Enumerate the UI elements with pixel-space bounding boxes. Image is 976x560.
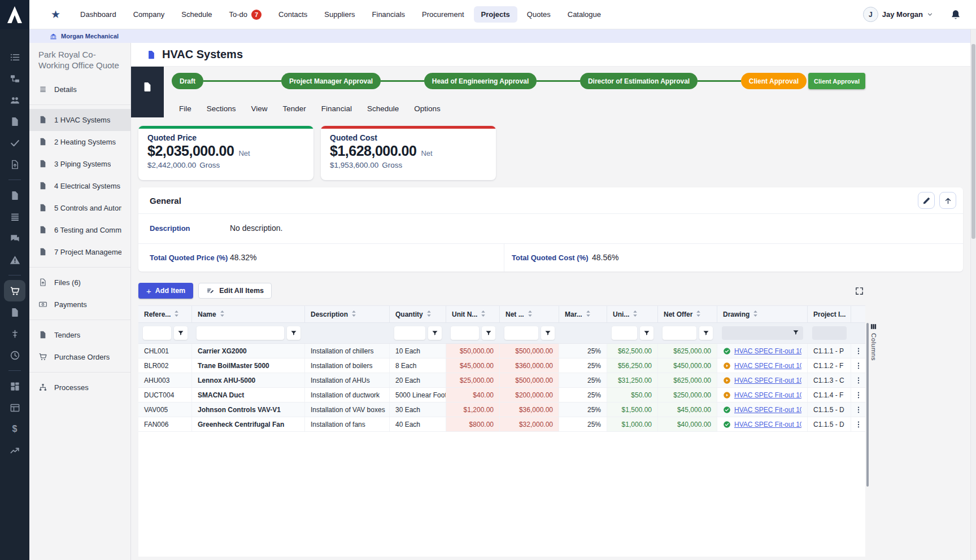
sort-icon[interactable] [481, 310, 486, 319]
filter-input-net[interactable] [504, 326, 538, 340]
edit-button[interactable] [918, 192, 935, 209]
nav-item-contacts[interactable]: Contacts [271, 6, 315, 23]
menu-item-tender[interactable]: Tender [283, 104, 306, 113]
people-icon[interactable] [4, 89, 25, 111]
filter-button-unit_net[interactable] [482, 326, 495, 340]
row-menu-button[interactable] [851, 373, 865, 387]
sidebar-item-3-piping-systems[interactable]: 3 Piping Systems [29, 153, 130, 175]
column-header-margin[interactable]: Mar... [559, 306, 607, 323]
section-tab[interactable] [131, 67, 164, 117]
menu-item-file[interactable]: File [179, 104, 191, 113]
column-header-drawing[interactable]: Drawing [717, 306, 808, 323]
filter-button-unit_offer[interactable] [640, 326, 653, 340]
sidebar-item-1-hvac-systems[interactable]: 1 HVAC Systems [29, 109, 130, 131]
row-menu-button[interactable] [851, 358, 865, 373]
nav-item-financials[interactable]: Financials [365, 6, 413, 23]
sort-icon[interactable] [426, 310, 432, 319]
document-icon[interactable] [4, 185, 25, 206]
drawing-link[interactable]: HVAC SPEC Fit-out 10... [734, 391, 801, 399]
column-header-quantity[interactable]: Quantity [390, 306, 446, 323]
notifications-bell-icon[interactable] [950, 9, 961, 20]
document-icon[interactable] [4, 301, 25, 323]
client-approval-button[interactable]: Client Approval [808, 73, 865, 89]
sidebar-item-files-6[interactable]: Files (6) [29, 272, 130, 294]
sort-icon[interactable] [174, 310, 179, 319]
column-header-reference[interactable]: Refere... [138, 306, 192, 323]
grid-icon[interactable] [4, 375, 25, 397]
page-scrollbar-thumb[interactable] [971, 44, 975, 239]
edit-all-items-button[interactable]: Edit All Items [198, 283, 272, 299]
filter-button-drawing[interactable] [792, 328, 799, 338]
column-header-unit_net[interactable]: Unit N... [446, 306, 500, 323]
nav-item-dashboard[interactable]: Dashboard [73, 6, 124, 23]
table-row[interactable]: AHU003Lennox AHU-5000Installation of AHU… [138, 373, 865, 388]
row-menu-button[interactable] [851, 344, 865, 358]
filter-button-net[interactable] [541, 326, 555, 340]
add-item-button[interactable]: + Add Item [138, 283, 193, 299]
menu-item-options[interactable]: Options [414, 104, 441, 113]
filter-input-name[interactable] [197, 326, 284, 340]
drawing-link[interactable]: HVAC SPEC Fit-out 10... [734, 421, 801, 428]
menu-item-sections[interactable]: Sections [207, 104, 236, 113]
sidebar-item-5-controls-and-automation[interactable]: 5 Controls and Automation [29, 197, 130, 219]
sidebar-item-7-project-management[interactable]: 7 Project Management [29, 241, 130, 263]
table-row[interactable]: BLR002Trane BoilMaster 5000Installation … [138, 358, 865, 373]
sidebar-item-details[interactable]: Details [29, 78, 130, 100]
sort-icon[interactable] [351, 310, 356, 319]
nav-item-catalogue[interactable]: Catalogue [560, 6, 608, 23]
favourites-star-icon[interactable]: ★ [51, 9, 60, 20]
drawing-link[interactable]: HVAC SPEC Fit-out 10... [734, 377, 801, 384]
user-menu[interactable]: J Jay Morgan [863, 7, 933, 22]
check-icon[interactable] [4, 132, 25, 154]
filter-button-reference[interactable] [174, 326, 188, 340]
fullscreen-button[interactable] [853, 285, 865, 297]
filter-input-net_offer[interactable] [663, 326, 696, 340]
sort-icon[interactable] [220, 310, 225, 319]
sort-icon[interactable] [753, 310, 758, 319]
sliders-icon[interactable] [4, 323, 25, 344]
nav-item-quotes[interactable]: Quotes [520, 6, 558, 23]
table-row[interactable]: DUCT004SMACNA DuctInstallation of ductwo… [138, 388, 865, 403]
column-header-description[interactable]: Description [305, 306, 390, 323]
warning-icon[interactable] [4, 249, 25, 270]
column-header-project[interactable]: Project I... [808, 306, 851, 323]
column-header-net_offer[interactable]: Net Offer [658, 306, 717, 323]
row-menu-button[interactable] [851, 417, 865, 431]
company-breadcrumb[interactable]: Morgan Mechanical [50, 33, 119, 40]
menu-item-view[interactable]: View [251, 104, 268, 113]
menu-item-schedule[interactable]: Schedule [367, 104, 399, 113]
sidebar-item-2-heating-systems[interactable]: 2 Heating Systems [29, 131, 130, 153]
table-row[interactable]: FAN006Greenheck Centrifugal FanInstallat… [138, 417, 865, 432]
clock-icon[interactable] [4, 344, 25, 366]
sort-icon[interactable] [696, 310, 701, 319]
row-menu-button[interactable] [851, 388, 865, 402]
document-icon[interactable] [4, 111, 25, 132]
export-button[interactable] [939, 192, 956, 209]
sidebar-item-purchase-orders[interactable]: Purchase Orders [29, 346, 130, 368]
nav-item-company[interactable]: Company [126, 6, 172, 23]
sidebar-item-payments[interactable]: Payments [29, 294, 130, 316]
trend-icon[interactable] [4, 440, 25, 461]
drawing-link[interactable]: HVAC SPEC Fit-out 10... [734, 347, 801, 355]
nav-item-projects[interactable]: Projects [474, 6, 517, 23]
rows-icon[interactable] [4, 206, 25, 228]
nav-item-to-do[interactable]: To-do7 [222, 6, 269, 24]
filter-input-reference[interactable] [143, 326, 171, 340]
nav-item-schedule[interactable]: Schedule [174, 6, 219, 23]
sidebar-item-processes[interactable]: Processes [29, 377, 130, 399]
columns-panel-toggle[interactable]: Columns [869, 323, 878, 361]
column-header-unit_offer[interactable]: Uni... [607, 306, 658, 323]
row-menu-button[interactable] [851, 403, 865, 417]
sidebar-item-tenders[interactable]: Tenders [29, 324, 130, 346]
hierarchy-icon[interactable] [4, 68, 25, 89]
dollar-icon[interactable]: $ [4, 418, 25, 440]
sidebar-item-4-electrical-systems[interactable]: 4 Electrical Systems [29, 175, 130, 197]
menu-item-financial[interactable]: Financial [321, 104, 352, 113]
nav-item-procurement[interactable]: Procurement [415, 6, 471, 23]
filter-button-name[interactable] [287, 326, 300, 340]
list-icon[interactable] [4, 46, 25, 68]
file-upload-icon[interactable] [4, 154, 25, 175]
filter-button-quantity[interactable] [428, 326, 442, 340]
drawing-link[interactable]: HVAC SPEC Fit-out 10... [734, 362, 801, 370]
cart-icon[interactable] [4, 280, 25, 301]
